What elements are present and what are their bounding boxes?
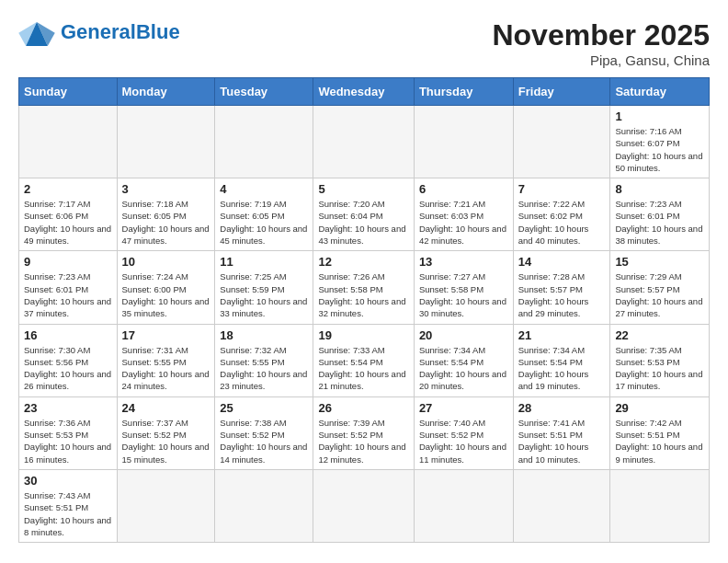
- day-cell: 24Sunrise: 7:37 AM Sunset: 5:52 PM Dayli…: [117, 396, 215, 469]
- day-info: Sunrise: 7:17 AM Sunset: 6:06 PM Dayligh…: [24, 198, 112, 247]
- day-cell: [610, 469, 710, 542]
- day-number: 21: [518, 328, 606, 342]
- day-number: 7: [518, 182, 606, 196]
- day-info: Sunrise: 7:36 AM Sunset: 5:53 PM Dayligh…: [24, 417, 112, 465]
- day-number: 2: [24, 182, 112, 196]
- day-cell: 2Sunrise: 7:17 AM Sunset: 6:06 PM Daylig…: [19, 178, 118, 251]
- day-cell: 1Sunrise: 7:16 AM Sunset: 6:07 PM Daylig…: [610, 106, 710, 178]
- day-info: Sunrise: 7:20 AM Sunset: 6:04 PM Dayligh…: [318, 198, 408, 247]
- logo-icon: [18, 18, 55, 46]
- day-info: Sunrise: 7:27 AM Sunset: 5:58 PM Dayligh…: [419, 270, 508, 319]
- logo-wordmark: GeneralBlue: [61, 20, 180, 44]
- header-cell-wednesday: Wednesday: [313, 78, 414, 106]
- day-info: Sunrise: 7:23 AM Sunset: 6:01 PM Dayligh…: [615, 198, 704, 247]
- day-info: Sunrise: 7:31 AM Sunset: 5:55 PM Dayligh…: [122, 344, 210, 393]
- week-row-1: 2Sunrise: 7:17 AM Sunset: 6:06 PM Daylig…: [19, 178, 710, 251]
- day-number: 16: [24, 328, 112, 342]
- day-cell: 9Sunrise: 7:23 AM Sunset: 6:01 PM Daylig…: [19, 251, 118, 324]
- day-info: Sunrise: 7:25 AM Sunset: 5:59 PM Dayligh…: [220, 270, 308, 319]
- day-info: Sunrise: 7:43 AM Sunset: 5:51 PM Dayligh…: [24, 489, 112, 538]
- day-info: Sunrise: 7:35 AM Sunset: 5:53 PM Dayligh…: [615, 344, 704, 393]
- day-cell: 13Sunrise: 7:27 AM Sunset: 5:58 PM Dayli…: [414, 251, 513, 324]
- day-cell: [215, 106, 313, 178]
- week-row-2: 9Sunrise: 7:23 AM Sunset: 6:01 PM Daylig…: [19, 251, 710, 324]
- day-info: Sunrise: 7:37 AM Sunset: 5:52 PM Dayligh…: [122, 417, 210, 465]
- day-cell: 21Sunrise: 7:34 AM Sunset: 5:54 PM Dayli…: [513, 324, 610, 396]
- day-cell: 10Sunrise: 7:24 AM Sunset: 6:00 PM Dayli…: [117, 251, 215, 324]
- day-cell: 4Sunrise: 7:19 AM Sunset: 6:05 PM Daylig…: [215, 178, 313, 251]
- day-info: Sunrise: 7:38 AM Sunset: 5:52 PM Dayligh…: [220, 417, 308, 465]
- day-info: Sunrise: 7:34 AM Sunset: 5:54 PM Dayligh…: [419, 344, 508, 393]
- day-number: 1: [615, 109, 704, 123]
- day-cell: 20Sunrise: 7:34 AM Sunset: 5:54 PM Dayli…: [414, 324, 513, 396]
- day-info: Sunrise: 7:28 AM Sunset: 5:57 PM Dayligh…: [518, 270, 606, 319]
- day-info: Sunrise: 7:29 AM Sunset: 5:57 PM Dayligh…: [615, 270, 704, 319]
- day-cell: [513, 106, 610, 178]
- day-cell: 15Sunrise: 7:29 AM Sunset: 5:57 PM Dayli…: [610, 251, 710, 324]
- page-header: GeneralBlue November 2025 Pipa, Gansu, C…: [18, 18, 710, 68]
- day-cell: 28Sunrise: 7:41 AM Sunset: 5:51 PM Dayli…: [513, 396, 610, 469]
- day-number: 3: [122, 182, 210, 196]
- location: Pipa, Gansu, China: [492, 52, 710, 68]
- day-cell: 7Sunrise: 7:22 AM Sunset: 6:02 PM Daylig…: [513, 178, 610, 251]
- day-number: 12: [318, 255, 408, 269]
- day-cell: [513, 469, 610, 542]
- header-cell-friday: Friday: [513, 78, 610, 106]
- day-info: Sunrise: 7:33 AM Sunset: 5:54 PM Dayligh…: [318, 344, 408, 393]
- day-cell: 26Sunrise: 7:39 AM Sunset: 5:52 PM Dayli…: [313, 396, 414, 469]
- week-row-3: 16Sunrise: 7:30 AM Sunset: 5:56 PM Dayli…: [19, 324, 710, 396]
- day-cell: 3Sunrise: 7:18 AM Sunset: 6:05 PM Daylig…: [117, 178, 215, 251]
- day-number: 18: [220, 328, 308, 342]
- day-info: Sunrise: 7:41 AM Sunset: 5:51 PM Dayligh…: [518, 417, 606, 465]
- day-number: 28: [518, 401, 606, 415]
- title-block: November 2025 Pipa, Gansu, China: [492, 18, 710, 68]
- day-cell: [313, 469, 414, 542]
- day-cell: 16Sunrise: 7:30 AM Sunset: 5:56 PM Dayli…: [19, 324, 118, 396]
- day-info: Sunrise: 7:24 AM Sunset: 6:00 PM Dayligh…: [122, 270, 210, 319]
- calendar-table: SundayMondayTuesdayWednesdayThursdayFrid…: [18, 77, 710, 543]
- logo: GeneralBlue: [18, 18, 180, 46]
- day-info: Sunrise: 7:21 AM Sunset: 6:03 PM Dayligh…: [419, 198, 508, 247]
- day-info: Sunrise: 7:32 AM Sunset: 5:55 PM Dayligh…: [220, 344, 308, 393]
- day-cell: 27Sunrise: 7:40 AM Sunset: 5:52 PM Dayli…: [414, 396, 513, 469]
- day-cell: 14Sunrise: 7:28 AM Sunset: 5:57 PM Dayli…: [513, 251, 610, 324]
- day-info: Sunrise: 7:23 AM Sunset: 6:01 PM Dayligh…: [24, 270, 112, 319]
- day-number: 22: [615, 328, 704, 342]
- calendar-body: 1Sunrise: 7:16 AM Sunset: 6:07 PM Daylig…: [19, 106, 710, 543]
- day-cell: 29Sunrise: 7:42 AM Sunset: 5:51 PM Dayli…: [610, 396, 710, 469]
- day-number: 17: [122, 328, 210, 342]
- day-number: 23: [24, 401, 112, 415]
- day-cell: [19, 106, 118, 178]
- day-cell: [117, 106, 215, 178]
- day-info: Sunrise: 7:19 AM Sunset: 6:05 PM Dayligh…: [220, 198, 308, 247]
- header-row: SundayMondayTuesdayWednesdayThursdayFrid…: [19, 78, 710, 106]
- day-number: 14: [518, 255, 606, 269]
- day-cell: 22Sunrise: 7:35 AM Sunset: 5:53 PM Dayli…: [610, 324, 710, 396]
- day-number: 25: [220, 401, 308, 415]
- day-cell: 5Sunrise: 7:20 AM Sunset: 6:04 PM Daylig…: [313, 178, 414, 251]
- calendar-header: SundayMondayTuesdayWednesdayThursdayFrid…: [19, 78, 710, 106]
- day-cell: 23Sunrise: 7:36 AM Sunset: 5:53 PM Dayli…: [19, 396, 118, 469]
- day-cell: 11Sunrise: 7:25 AM Sunset: 5:59 PM Dayli…: [215, 251, 313, 324]
- header-cell-saturday: Saturday: [610, 78, 710, 106]
- day-cell: 19Sunrise: 7:33 AM Sunset: 5:54 PM Dayli…: [313, 324, 414, 396]
- day-number: 30: [24, 474, 112, 488]
- day-info: Sunrise: 7:16 AM Sunset: 6:07 PM Dayligh…: [615, 125, 704, 174]
- day-info: Sunrise: 7:39 AM Sunset: 5:52 PM Dayligh…: [318, 417, 408, 465]
- day-number: 26: [318, 401, 408, 415]
- day-number: 24: [122, 401, 210, 415]
- header-cell-monday: Monday: [117, 78, 215, 106]
- day-info: Sunrise: 7:34 AM Sunset: 5:54 PM Dayligh…: [518, 344, 606, 393]
- day-number: 10: [122, 255, 210, 269]
- day-number: 27: [419, 401, 508, 415]
- header-cell-thursday: Thursday: [414, 78, 513, 106]
- day-cell: [414, 106, 513, 178]
- day-number: 19: [318, 328, 408, 342]
- day-number: 6: [419, 182, 508, 196]
- day-info: Sunrise: 7:26 AM Sunset: 5:58 PM Dayligh…: [318, 270, 408, 319]
- day-number: 15: [615, 255, 704, 269]
- day-cell: 30Sunrise: 7:43 AM Sunset: 5:51 PM Dayli…: [19, 469, 118, 542]
- logo-blue: Blue: [136, 20, 180, 43]
- header-cell-sunday: Sunday: [19, 78, 118, 106]
- day-number: 5: [318, 182, 408, 196]
